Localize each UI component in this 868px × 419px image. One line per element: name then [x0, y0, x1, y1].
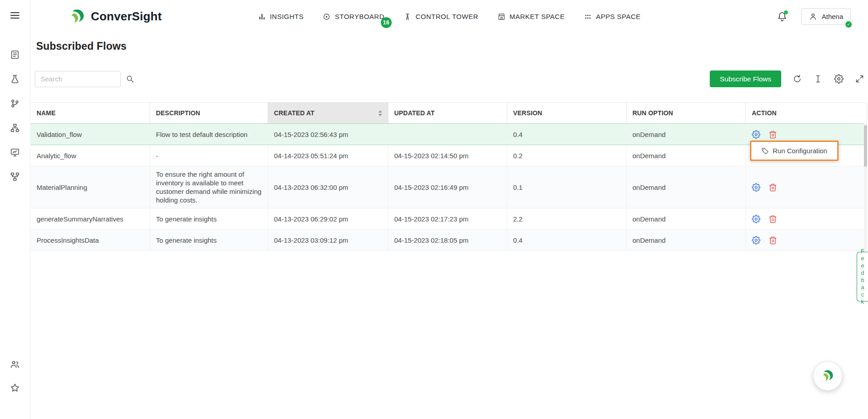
- run-configuration-gear-icon[interactable]: [752, 130, 760, 139]
- delete-trash-icon[interactable]: [769, 183, 777, 192]
- scrollbar-thumb[interactable]: [864, 125, 867, 167]
- table-header-row: NAME DESCRIPTION CREATED AT UPDATED AT V…: [31, 103, 867, 123]
- column-header-description[interactable]: DESCRIPTION: [150, 103, 268, 123]
- text-tool-icon[interactable]: [813, 74, 823, 84]
- column-header-created-at-label: CREATED AT: [274, 109, 315, 118]
- table-row: generateSummaryNarratives To generate in…: [31, 208, 867, 230]
- cell-version: 0.4: [507, 230, 627, 250]
- cell-updated-at: 04-15-2023 02:16:49 pm: [388, 166, 507, 208]
- delete-trash-icon[interactable]: [769, 130, 777, 139]
- storyboard-count-badge: 16: [381, 17, 392, 28]
- column-header-created-at[interactable]: CREATED AT: [268, 103, 388, 123]
- delete-trash-icon[interactable]: [769, 236, 777, 245]
- cell-version: 0.1: [507, 166, 627, 208]
- cell-description: Flow to test default description: [150, 124, 268, 145]
- cell-name: Validation_flow: [31, 124, 150, 145]
- column-header-run-option[interactable]: RUN OPTION: [627, 103, 746, 123]
- toolbar-actions: Subscribe Flows: [710, 71, 864, 87]
- tag-icon: [761, 147, 769, 155]
- search-group: [35, 71, 135, 87]
- users-icon[interactable]: [10, 359, 20, 369]
- feedback-tab[interactable]: Feedback: [857, 252, 868, 301]
- star-icon[interactable]: [10, 383, 20, 393]
- storyboard-icon: [323, 13, 331, 21]
- table-toolbar: Subscribe Flows: [35, 71, 864, 87]
- sort-desc-icon: [378, 114, 382, 116]
- search-icon[interactable]: [125, 74, 135, 84]
- nav-storyboard[interactable]: STORYBOARD 16: [323, 13, 384, 21]
- top-bar: ConverSight INSIGHTS STORYBOARD 16: [30, 0, 868, 33]
- delete-trash-icon[interactable]: [769, 215, 777, 223]
- nav-insights[interactable]: INSIGHTS: [258, 13, 304, 21]
- git-branch-icon[interactable]: [10, 99, 20, 108]
- nav-apps-space[interactable]: APPS SPACE: [584, 13, 641, 21]
- apps-grid-icon: [584, 13, 592, 21]
- sidebar: [0, 0, 30, 419]
- column-header-updated-at[interactable]: UPDATED AT: [388, 103, 507, 123]
- workflow-sitemap-icon[interactable]: [10, 123, 20, 133]
- run-configuration-gear-icon[interactable]: [752, 183, 760, 192]
- notifications-bell-icon[interactable]: [777, 11, 788, 22]
- column-header-action[interactable]: ACTION: [746, 103, 867, 123]
- cell-version: 0.4: [507, 124, 627, 145]
- cell-version: 2.2: [507, 208, 627, 229]
- cell-action: [746, 230, 867, 250]
- conversight-fab-logo-icon: [821, 369, 835, 383]
- user-status-badge: ✓: [844, 20, 853, 28]
- forms-icon[interactable]: [10, 50, 20, 60]
- sidebar-bottom-group: [10, 346, 20, 393]
- cell-action: [746, 208, 867, 229]
- subscribe-flows-button[interactable]: Subscribe Flows: [710, 71, 781, 87]
- refresh-icon[interactable]: [793, 74, 802, 84]
- nav-apps-space-label: APPS SPACE: [596, 13, 641, 20]
- cell-name: Analytic_flow: [31, 145, 150, 166]
- nav-control-tower[interactable]: CONTROL TOWER: [403, 13, 478, 21]
- cell-created-at: 04-13-2023 06:32:00 pm: [268, 166, 388, 208]
- main-content: ConverSight INSIGHTS STORYBOARD 16: [30, 0, 868, 419]
- nav-storyboard-label: STORYBOARD: [335, 13, 384, 20]
- cell-created-at: 04-13-2023 03:09:12 pm: [268, 230, 388, 250]
- search-input[interactable]: [35, 71, 121, 87]
- market-store-icon: [497, 13, 505, 21]
- run-configuration-gear-icon[interactable]: [752, 236, 760, 245]
- nav-market-space-label: MARKET SPACE: [509, 13, 565, 20]
- dashboard-monitor-icon[interactable]: [10, 147, 20, 157]
- column-header-name[interactable]: NAME: [31, 103, 150, 123]
- sort-asc-icon: [378, 110, 382, 113]
- primary-nav: INSIGHTS STORYBOARD 16 CONTROL TOWER: [258, 0, 641, 33]
- cell-description: To generate insights: [150, 208, 268, 229]
- cell-created-at: 04-15-2023 02:56:43 pm: [268, 124, 388, 145]
- run-configuration-label: Run Configuration: [773, 147, 827, 155]
- cell-created-at: 04-13-2023 06:29:02 pm: [268, 208, 388, 229]
- table-row: ProcessInsightsData To generate insights…: [31, 230, 867, 251]
- cell-name: generateSummaryNarratives: [31, 208, 150, 229]
- cell-updated-at: 04-15-2023 02:18:05 pm: [388, 230, 507, 250]
- hierarchy-icon[interactable]: [10, 172, 20, 182]
- experiments-flask-icon[interactable]: [10, 74, 20, 84]
- insights-chart-icon: [258, 13, 266, 21]
- cell-description: To ensure the right amount of inventory …: [150, 166, 268, 208]
- brand-name: ConverSight: [91, 9, 162, 24]
- unread-notification-dot: [784, 10, 788, 14]
- conversight-logo-icon: [68, 9, 86, 25]
- brand-logo[interactable]: ConverSight: [68, 9, 162, 25]
- hamburger-menu-icon[interactable]: [9, 10, 20, 21]
- run-configuration-popover[interactable]: Run Configuration: [750, 141, 839, 161]
- top-right-cluster: Athena ✓: [777, 8, 857, 25]
- user-menu[interactable]: Athena ✓: [801, 8, 851, 25]
- subscribed-flows-table: NAME DESCRIPTION CREATED AT UPDATED AT V…: [31, 102, 867, 251]
- table-row: Analytic_flow - 04-14-2023 05:51:24 pm 0…: [31, 145, 867, 166]
- assistant-fab[interactable]: [813, 362, 842, 391]
- nav-market-space[interactable]: MARKET SPACE: [497, 13, 565, 21]
- column-header-version[interactable]: VERSION: [507, 103, 627, 123]
- settings-gear-icon[interactable]: [834, 74, 844, 84]
- page-title: Subscribed Flows: [36, 40, 868, 52]
- sort-control[interactable]: [375, 110, 382, 116]
- table-row: Validation_flow Flow to test default des…: [31, 123, 867, 145]
- expand-fullscreen-icon[interactable]: [855, 74, 864, 84]
- cell-created-at: 04-14-2023 05:51:24 pm: [268, 145, 388, 166]
- cell-updated-at: 04-15-2023 02:17:23 pm: [388, 208, 507, 229]
- run-configuration-gear-icon[interactable]: [752, 215, 760, 223]
- app-root: ConverSight INSIGHTS STORYBOARD 16: [0, 0, 868, 419]
- table-row: MaterialPlanning To ensure the right amo…: [31, 166, 867, 208]
